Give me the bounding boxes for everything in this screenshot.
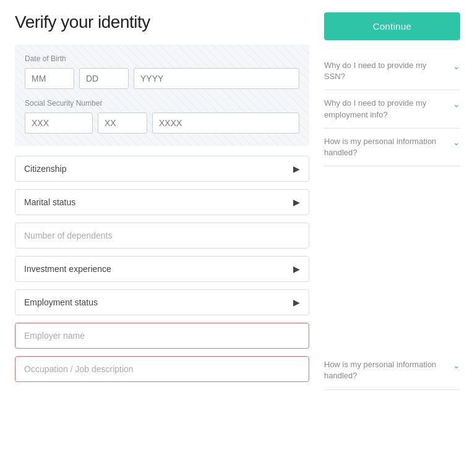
citizenship-label: Citizenship [24, 164, 66, 174]
ssn-label: Social Security Number [25, 99, 299, 108]
page-title: Verify your identity [15, 12, 309, 32]
faq-employment-header[interactable]: Why do I need to provide my employment i… [324, 98, 460, 120]
ssn-part1-input[interactable] [25, 113, 93, 134]
faq-personal2-chevron-icon: ⌄ [453, 360, 460, 370]
marital-status-label: Marital status [24, 197, 75, 207]
ssn-part3-input[interactable] [152, 113, 299, 134]
faq-personal-chevron-icon: ⌄ [453, 137, 460, 147]
investment-label: Investment experience [24, 264, 111, 274]
marital-status-dropdown[interactable]: Marital status ▶ [15, 189, 309, 215]
faq-item-ssn: Why do I need to provide my SSN? ⌄ [324, 53, 460, 90]
faq-ssn-header[interactable]: Why do I need to provide my SSN? ⌄ [324, 60, 460, 82]
employment-label: Employment status [24, 297, 98, 307]
employment-chevron-icon: ▶ [293, 297, 300, 307]
dob-day-input[interactable] [79, 68, 129, 89]
dob-month-input[interactable] [25, 68, 74, 89]
right-column: Continue Why do I need to provide my SSN… [324, 12, 460, 390]
faq-item-employment: Why do I need to provide my employment i… [324, 90, 460, 128]
dob-ssn-card: Date of Birth Social Security Number [15, 45, 309, 146]
marital-chevron-icon: ▶ [293, 197, 300, 207]
citizenship-dropdown[interactable]: Citizenship ▶ [15, 156, 309, 182]
dob-year-input[interactable] [134, 68, 299, 89]
faq-employment-text: Why do I need to provide my employment i… [324, 98, 453, 120]
faq-ssn-text: Why do I need to provide my SSN? [324, 60, 453, 82]
faq-employment-chevron-icon: ⌄ [453, 99, 460, 109]
citizenship-chevron-icon: ▶ [293, 164, 300, 174]
dob-row [25, 68, 299, 89]
faq-item-personal: How is my personal information handled? … [324, 129, 460, 166]
continue-button[interactable]: Continue [324, 12, 460, 40]
investment-chevron-icon: ▶ [293, 264, 300, 274]
faq-personal2-text: How is my personal information handled? [324, 359, 453, 381]
faq-personal2-header[interactable]: How is my personal information handled? … [324, 359, 460, 381]
dependents-input[interactable] [15, 223, 309, 249]
employer-name-input[interactable] [15, 323, 309, 349]
faq-personal-text: How is my personal information handled? [324, 136, 453, 158]
dob-label: Date of Birth [25, 54, 299, 63]
faq-ssn-chevron-icon: ⌄ [453, 61, 460, 71]
ssn-row [25, 113, 299, 134]
faq-item-personal2: How is my personal information handled? … [324, 352, 460, 389]
employment-status-dropdown[interactable]: Employment status ▶ [15, 289, 309, 315]
ssn-part2-input[interactable] [98, 113, 147, 134]
faq-personal-header[interactable]: How is my personal information handled? … [324, 136, 460, 158]
left-column: Verify your identity Date of Birth Socia… [15, 12, 309, 390]
investment-experience-dropdown[interactable]: Investment experience ▶ [15, 256, 309, 282]
occupation-input[interactable] [15, 356, 309, 382]
